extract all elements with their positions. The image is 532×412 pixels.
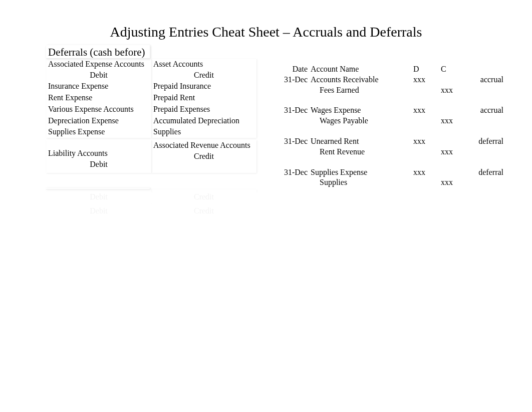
asset-accounts-head: Asset Accounts [151,59,256,70]
pair-row: Supplies Expense [46,126,151,138]
journal-credit-amount: xxx [441,147,468,157]
pair-row: Prepaid Expenses [151,104,256,115]
liability-revenue-box: Liability Accounts Debit Associated Reve… [46,140,256,173]
accrual-subbox-b: Credit [151,189,256,203]
journal-line-debit: 31-DecAccounts Receivablexxxaccrual [282,75,512,85]
journal-gap [282,208,512,218]
debit-label-3: Debit [46,191,151,202]
pair-row: Prepaid Rent [151,92,256,104]
pair-row: Accumulated Depreciation [151,115,256,127]
journal-debit-amount: xxx [413,167,441,178]
journal-date: 31-Dec [282,136,311,147]
journal-credit-account: Rent Revenue [311,147,413,157]
journal-head-account: Account Name [311,64,413,75]
accruals-section: Debit Credit Debit [46,188,256,219]
journal-gap [282,95,512,105]
journal-date: 31-Dec [282,105,311,116]
left-column: Deferrals (cash before) Associated Expen… [46,45,256,248]
journal-gap [282,218,512,228]
journal-line-credit: Suppliesxxx [282,177,512,188]
pair-row: Rent Expense [46,92,151,104]
journal-line-credit: Wages Payablexxx [282,116,512,126]
deferrals-section: Deferrals (cash before) Associated Expen… [46,45,256,173]
credit-label-1: Credit [151,70,256,81]
pair-row [151,164,256,165]
accrual-box-1: Debit Credit [46,189,256,203]
journal-line-debit: 31-DecUnearned Rentxxxdeferral [282,136,512,147]
credit-label-4: Credit [151,205,256,217]
journal-gap [282,238,512,248]
journal-entry-type: accrual [468,105,503,116]
journal-credit-account: Fees Earned [311,85,413,96]
asset-subbox: Asset Accounts Credit Prepaid Insurance … [151,59,256,138]
journal-credit-account: Supplies [311,177,413,188]
pair-row [46,218,151,219]
debit-label-4: Debit [46,205,151,217]
associated-revenue-head: Associated Revenue Accounts [151,140,256,151]
journal-credit-account: Wages Payable [311,116,413,126]
liability-accounts-head: Liability Accounts [46,140,151,159]
pair-row: Prepaid Insurance [151,81,256,92]
pair-row: Depreciation Expense [46,115,151,127]
journal-entry-type: accrual [468,75,503,85]
journal-debit-account: Wages Expense [311,105,413,116]
journal-column: Date Account Name D C 31-DecAccounts Rec… [282,45,512,248]
accrual-box-2: Debit Credit [46,203,256,219]
journal-credit-amount: xxx [441,116,468,126]
journal-debit-account: Supplies Expense [311,167,413,178]
debit-label-2: Debit [46,159,151,170]
pair-row: Supplies [151,126,256,138]
content-area: Deferrals (cash before) Associated Expen… [46,45,512,248]
debit-label-1: Debit [46,70,151,81]
journal-gap [282,126,512,136]
associated-expense-head: Associated Expense Accounts [46,59,151,70]
journal-entries: 31-DecAccounts ReceivablexxxaccrualFees … [282,75,512,248]
journal-debit-account: Accounts Receivable [311,75,413,85]
journal-gap [282,198,512,208]
journal-date: 31-Dec [282,167,311,178]
journal-header: Date Account Name D C [282,64,512,75]
pair-row: Insurance Expense [46,81,151,92]
accrual-subbox-d: Credit [151,203,256,219]
pair-row [46,172,151,173]
journal-credit-amount: xxx [441,177,468,188]
journal-entry-type: deferral [468,136,503,147]
page: Adjusting Entries Cheat Sheet – Accruals… [0,0,532,412]
pair-row: Various Expense Accounts [46,104,151,115]
accrual-subbox-c: Debit [46,203,151,219]
section-title-deferrals: Deferrals (cash before) [46,45,150,59]
journal-line-credit: Fees Earnedxxx [282,85,512,96]
journal-credit-amount: xxx [441,85,468,96]
expense-asset-box: Associated Expense Accounts Debit Insura… [46,59,256,138]
journal-debit-amount: xxx [413,136,441,147]
page-title: Adjusting Entries Cheat Sheet – Accruals… [0,0,532,40]
assoc-revenue-subbox: Associated Revenue Accounts Credit [151,140,256,173]
credit-label-2: Credit [151,151,256,162]
pair-row [151,218,256,219]
journal-line-debit: 31-DecSupplies Expensexxxdeferral [282,167,512,178]
journal-table: Date Account Name D C 31-DecAccounts Rec… [282,45,512,248]
expense-subbox: Associated Expense Accounts Debit Insura… [46,59,151,138]
journal-line-debit: 31-DecWages Expensexxxaccrual [282,105,512,116]
journal-line-credit: Rent Revenuexxx [282,147,512,157]
journal-head-debit: D [413,64,441,75]
journal-gap [282,157,512,167]
journal-gap [282,228,512,238]
accrual-subbox-a: Debit [46,189,151,203]
journal-head-date: Date [282,64,311,75]
credit-label-3: Credit [151,191,256,202]
journal-head-credit: C [441,64,468,75]
journal-debit-amount: xxx [413,75,441,85]
journal-entry-type: deferral [468,167,503,178]
journal-debit-amount: xxx [413,105,441,116]
journal-gap [282,188,512,198]
journal-debit-account: Unearned Rent [311,136,413,147]
journal-date: 31-Dec [282,75,311,85]
liability-subbox: Liability Accounts Debit [46,140,151,173]
